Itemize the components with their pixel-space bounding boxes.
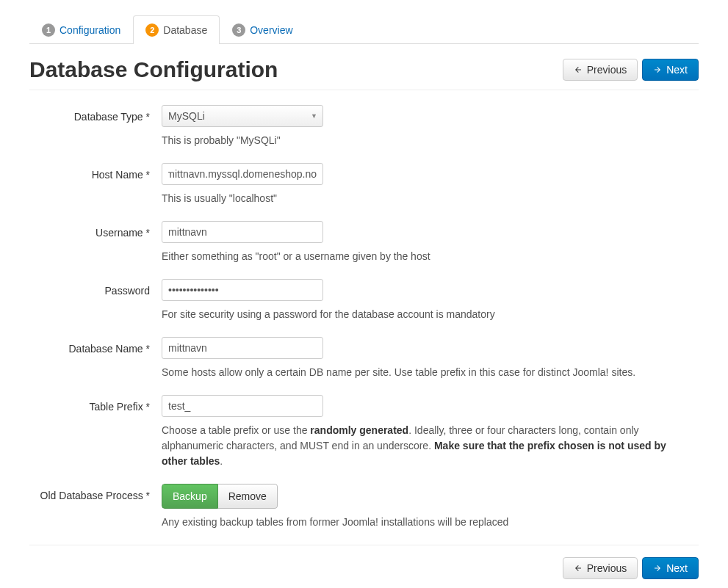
password-input[interactable] [162,279,323,301]
nav-buttons-bottom: Previous Next [29,545,699,579]
next-label: Next [666,64,688,76]
arrow-left-icon [574,65,583,74]
previous-button[interactable]: Previous [563,557,638,579]
previous-button[interactable]: Previous [563,59,638,81]
label-database-name: Database Name * [29,337,162,355]
form: Database Type * MySQLi This is probably … [29,105,699,530]
label-username: Username * [29,221,162,239]
tab-label: Database [163,24,207,36]
tab-step-number: 1 [42,23,55,37]
help-username: Either something as "root" or a username… [162,249,676,264]
tab-database[interactable]: 2 Database [133,15,220,44]
host-name-input[interactable] [162,163,323,185]
help-host-name: This is usually "localhost" [162,191,676,206]
tab-label: Overview [250,24,292,36]
label-host-name: Host Name * [29,163,162,181]
table-prefix-input[interactable] [162,395,323,417]
database-name-input[interactable] [162,337,323,359]
next-label: Next [666,562,688,574]
previous-label: Previous [587,64,627,76]
field-table-prefix: Table Prefix * Choose a table prefix or … [29,395,699,469]
tab-step-number: 3 [232,23,245,37]
page-title: Database Configuration [29,57,278,82]
backup-toggle-button[interactable]: Backup [162,484,218,509]
nav-buttons-top: Previous Next [563,59,699,81]
field-username: Username * Either something as "root" or… [29,221,699,264]
database-type-select[interactable]: MySQLi [162,105,323,127]
arrow-right-icon [653,65,662,74]
help-table-prefix: Choose a table prefix or use the randoml… [162,423,676,469]
help-password: For site security using a password for t… [162,307,676,322]
field-password: Password For site security using a passw… [29,279,699,322]
label-password: Password [29,279,162,297]
tab-overview[interactable]: 3 Overview [220,15,305,44]
tab-step-number: 2 [145,23,159,37]
field-database-name: Database Name * Some hosts allow only a … [29,337,699,380]
arrow-right-icon [653,564,662,573]
field-old-database-process: Old Database Process * Backup Remove Any… [29,484,699,530]
previous-label: Previous [587,562,627,574]
wizard-tabs: 1 Configuration 2 Database 3 Overview [29,15,699,44]
username-input[interactable] [162,221,323,243]
next-button[interactable]: Next [642,59,699,81]
tab-label: Configuration [60,24,120,36]
field-host-name: Host Name * This is usually "localhost" [29,163,699,206]
arrow-left-icon [574,564,583,573]
label-old-database-process: Old Database Process * [29,484,162,501]
help-database-name: Some hosts allow only a certain DB name … [162,365,676,380]
tab-configuration[interactable]: 1 Configuration [29,15,133,44]
page-header: Database Configuration Previous Next [29,57,699,90]
help-old-database: Any existing backup tables from former J… [162,515,676,530]
label-database-type: Database Type * [29,105,162,123]
field-database-type: Database Type * MySQLi This is probably … [29,105,699,148]
label-table-prefix: Table Prefix * [29,395,162,413]
old-db-toggle: Backup Remove [162,484,278,509]
next-button[interactable]: Next [642,557,699,579]
help-database-type: This is probably "MySQLi" [162,133,676,148]
remove-toggle-button[interactable]: Remove [218,484,278,509]
